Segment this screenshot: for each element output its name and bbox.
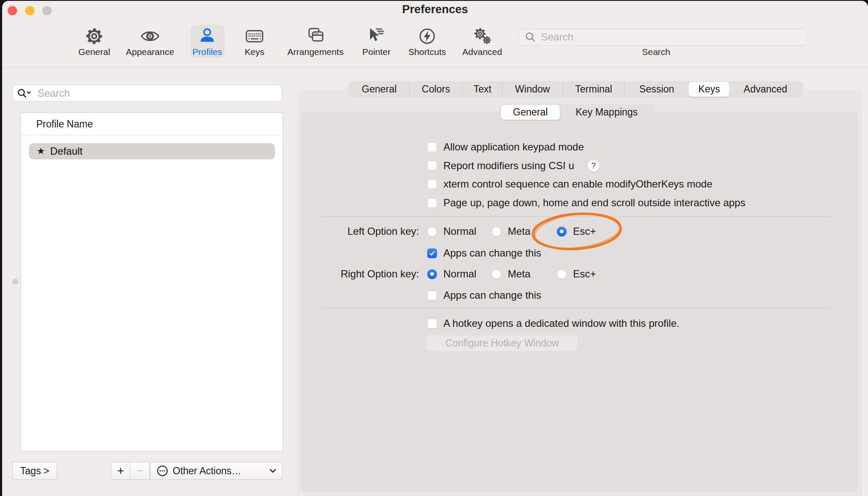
toolbar-label: Appearance [126,47,174,57]
checkbox-label: Apps can change this [443,247,541,259]
bolt-icon [418,26,437,46]
checkbox-label: Report modifiers using CSI u [443,160,574,172]
radio-button[interactable] [427,269,437,279]
tab-label: Terminal [575,84,612,95]
checkbox-label: Page up, page down, home and end scroll … [443,197,745,209]
subtab-label: General [513,107,548,118]
checkbox-right-apps-can-change[interactable] [427,291,437,300]
profile-list-header: Profile Name [21,113,283,136]
toolbar-item-advanced[interactable]: Advanced [445,26,520,57]
annotation-ellipse [528,208,628,256]
checkbox-left-apps-can-change[interactable] [427,248,437,258]
tab-label: Session [639,84,674,95]
radio-left-option-normal: Normal [427,225,476,237]
screen: Preferences General Appearance [0,0,868,496]
radio-right-option-esc: Esc+ [557,268,596,280]
toolbar-search-input[interactable] [540,31,800,43]
tab-general[interactable]: General [349,82,409,97]
tab-text[interactable]: Text [462,82,502,97]
minus-icon: − [136,464,143,478]
checkbox-row-hotkey-window: A hotkey opens a dedicated window with t… [427,317,680,329]
tab-window[interactable]: Window [502,82,562,97]
keyboard-icon [245,26,264,46]
radio-label: Normal [443,225,476,237]
toolbar-divider [2,67,868,67]
subtab-general[interactable]: General [501,105,560,120]
gears-icon [472,26,492,46]
window-title: Preferences [2,3,868,16]
toolbar-search-field[interactable] [518,29,807,46]
tab-advanced[interactable]: Advanced [729,82,801,97]
question-mark-icon: ? [591,161,596,170]
radio-label: Meta [508,225,530,237]
splitter-handle[interactable] [12,279,18,285]
help-button[interactable]: ? [587,159,600,172]
other-actions-label: Other Actions… [173,465,241,477]
checkbox-row-right-apps-can-change: Apps can change this [427,289,541,301]
checkbox-scroll-outside-apps[interactable] [427,198,437,208]
profile-name: Default [50,145,83,157]
tab-terminal[interactable]: Terminal [562,82,625,97]
toolbar-label: General [78,47,110,57]
profile-search-input[interactable] [37,87,278,100]
add-profile-button[interactable]: + [111,462,130,480]
cursor-icon [367,26,386,46]
search-icon [17,88,33,99]
windows-icon [306,26,325,46]
radio-button[interactable] [427,227,437,236]
radio-right-option-normal: Normal [427,268,476,280]
keys-subtab-bar: General Key Mappings [500,104,654,121]
radio-button[interactable] [492,227,501,236]
radio-button[interactable] [492,269,501,279]
subtab-key-mappings[interactable]: Key Mappings [560,105,653,120]
chevron-down-icon [269,469,276,473]
toolbar-label: Keys [245,47,265,57]
button-label: Configure Hotkey Window [446,337,559,349]
toolbar-label: Arrangements [287,47,344,57]
checkbox-hotkey-window[interactable] [427,319,437,329]
checkbox-modify-other-keys[interactable] [427,179,437,189]
toolbar-label: Shortcuts [408,47,446,57]
toolbar-label: Pointer [362,47,391,57]
search-icon [525,32,536,43]
subtab-label: Key Mappings [576,107,638,118]
remove-profile-button: − [130,462,150,480]
tab-keys[interactable]: Keys [689,82,729,97]
profile-list: Profile Name [20,112,283,452]
tab-label: Text [473,84,491,95]
tab-colors[interactable]: Colors [409,82,462,97]
gear-icon [85,26,104,46]
person-icon [198,26,217,46]
radio-right-option-meta: Meta [492,268,530,280]
checkbox-label: Allow application keypad mode [443,141,584,153]
configure-hotkey-window-button: Configure Hotkey Window [426,335,579,352]
toolbar-search-label: Search [518,47,794,57]
ellipsis-circle-icon [156,465,168,477]
profile-search-field[interactable] [12,85,282,102]
toolbar-label: Advanced [462,47,502,57]
radio-label: Meta [508,268,530,280]
checkbox-row-keypad-mode: Allow application keypad mode [427,141,584,153]
radio-left-option-meta: Meta [492,225,530,237]
left-option-key-label: Left Option key: [315,225,419,237]
checkbox-keypad-mode[interactable] [427,142,437,152]
checkbox-label: A hotkey opens a dedicated window with t… [443,317,680,329]
tags-button-label: Tags > [20,465,49,477]
eye-icon [140,26,160,46]
other-actions-dropdown[interactable]: Other Actions… [150,462,283,480]
right-option-key-label: Right Option key: [315,268,419,280]
profile-tab-bar: General Colors Text Window Terminal Sess… [348,81,803,98]
profile-row-default[interactable]: ★ Default [29,143,275,159]
checkbox-row-left-apps-can-change: Apps can change this [427,247,541,259]
star-icon: ★ [37,146,45,157]
checkmark-icon [429,250,435,257]
tab-session[interactable]: Session [625,82,689,97]
radio-label: Normal [443,268,476,280]
tab-label: Keys [698,84,720,95]
radio-button[interactable] [557,269,567,279]
radio-label: Esc+ [573,268,596,280]
checkbox-csi-u[interactable] [427,161,437,170]
checkbox-row-csi-u: Report modifiers using CSI u ? [427,159,600,172]
tags-button[interactable]: Tags > [12,462,57,480]
section-divider [322,308,831,309]
